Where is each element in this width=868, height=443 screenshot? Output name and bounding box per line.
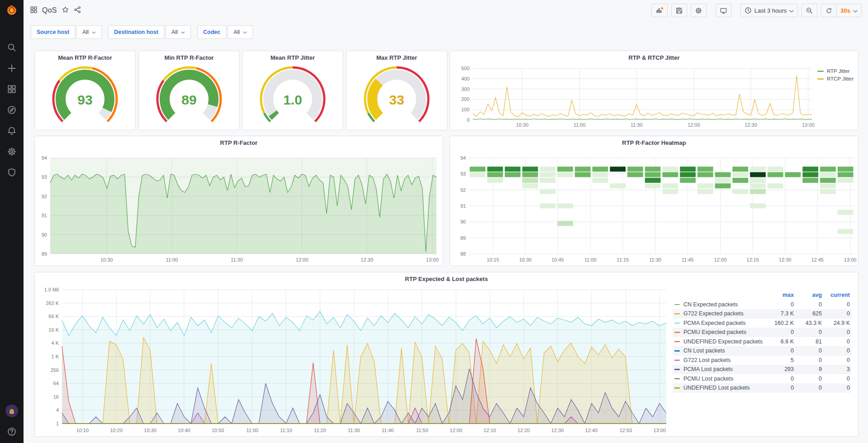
zoom-out-button[interactable] xyxy=(802,4,817,17)
legend-item[interactable]: RTP Jitter xyxy=(817,68,854,74)
plus-icon[interactable] xyxy=(7,63,17,73)
panel-title[interactable]: Min RTP R-Factor xyxy=(139,51,239,61)
legend-value-current: 24.9 K xyxy=(822,320,850,326)
legend-series-toggle[interactable]: PCMA Lost packets xyxy=(674,366,766,372)
legend-value-max: 160.2 K xyxy=(766,320,794,326)
legend-value-max: 0 xyxy=(766,385,794,391)
add-panel-icon xyxy=(655,6,664,14)
panel-rtp-rtcp-jitter: RTP & RTCP Jitter 010020030040050010:301… xyxy=(450,51,859,130)
grafana-logo[interactable] xyxy=(0,0,24,21)
panel-title[interactable]: RTP & RTCP Jitter xyxy=(450,51,858,61)
explore-compass-icon[interactable] xyxy=(7,105,17,115)
legend-series-toggle[interactable]: PCMU Expected packets xyxy=(674,329,766,335)
filter-codec-label[interactable]: Codec xyxy=(197,25,226,39)
svg-text:11:00: 11:00 xyxy=(166,257,178,262)
star-icon[interactable] xyxy=(62,6,69,15)
dashboard-navbar: QoS xyxy=(24,0,868,21)
legend-color-dash xyxy=(674,350,680,352)
save-icon xyxy=(675,7,683,14)
heatmap-cell xyxy=(732,172,748,177)
svg-text:93: 93 xyxy=(460,171,466,176)
add-panel-button[interactable] xyxy=(651,4,668,17)
heatmap-cell xyxy=(645,178,661,183)
panel-title[interactable]: RTP R-Factor Heatmap xyxy=(450,136,858,146)
legend-sort-current[interactable]: current xyxy=(822,292,850,298)
legend-value-current: 0 xyxy=(822,310,850,317)
refresh-interval-dropdown[interactable]: 30s xyxy=(836,4,862,17)
gauge-mean-rtp-rfactor: 93 xyxy=(35,63,135,128)
panel-title[interactable]: Max RTP Jitter xyxy=(346,51,447,61)
chevron-down-icon xyxy=(181,29,185,35)
svg-text:12:30: 12:30 xyxy=(745,122,757,128)
jitter-chart-plot[interactable]: 010020030040050010:3011:0011:3012:0012:3… xyxy=(452,63,857,130)
svg-text:1.0 Mil: 1.0 Mil xyxy=(44,287,59,292)
legend-series-toggle[interactable]: PCMA Expected packets xyxy=(674,320,766,326)
chevron-down-icon xyxy=(853,7,858,14)
legend-value-avg: 0 xyxy=(794,385,822,391)
alerting-bell-icon[interactable] xyxy=(7,126,17,136)
legend-series-toggle[interactable]: G722 Expected packets xyxy=(674,310,766,317)
refresh-button[interactable] xyxy=(821,4,836,17)
heatmap-cell xyxy=(540,204,555,209)
legend-sort-max[interactable]: max xyxy=(766,292,794,298)
search-icon[interactable] xyxy=(7,43,17,52)
svg-text:200: 200 xyxy=(461,96,470,102)
refresh-interval-label: 30s xyxy=(840,7,850,14)
svg-text:94: 94 xyxy=(460,155,466,161)
svg-text:11:00: 11:00 xyxy=(584,257,597,262)
heatmap-cell xyxy=(750,189,766,194)
legend-series-toggle[interactable]: CN Lost packets xyxy=(674,348,766,354)
svg-text:12:00: 12:00 xyxy=(688,122,700,128)
heatmap-plot[interactable]: 8889909192939410:1510:3010:4511:0011:151… xyxy=(452,149,857,265)
help-icon[interactable] xyxy=(7,427,17,437)
legend-value-current: 0 xyxy=(822,357,850,363)
legend-item[interactable]: RTCP Jitter xyxy=(817,76,854,81)
legend-series-toggle[interactable]: G722 Lost packets xyxy=(674,357,766,363)
svg-text:11:00: 11:00 xyxy=(246,428,258,433)
svg-text:12:30: 12:30 xyxy=(361,257,374,262)
heatmap-cell xyxy=(750,183,766,188)
rfactor-chart-plot[interactable]: 89909192939410:3011:0011:3012:0012:3013:… xyxy=(37,149,442,265)
svg-text:10:30: 10:30 xyxy=(516,122,529,128)
filter-source-host-value[interactable]: All xyxy=(76,25,102,39)
gauge-value: 89 xyxy=(181,92,196,107)
svg-text:11:20: 11:20 xyxy=(314,428,326,433)
heatmap-cell xyxy=(715,172,731,177)
heatmap-cell xyxy=(645,183,661,188)
cycle-view-button[interactable] xyxy=(716,4,731,17)
gear-icon xyxy=(695,7,702,14)
filter-destination-host-label[interactable]: Destination host xyxy=(108,25,164,39)
time-range-picker[interactable]: Last 3 hours xyxy=(740,4,798,17)
legend-series-toggle[interactable]: CN Expected packets xyxy=(674,301,766,308)
svg-text:10:40: 10:40 xyxy=(178,428,190,433)
user-avatar[interactable] xyxy=(5,404,19,418)
heatmap-cell xyxy=(838,167,854,171)
save-dashboard-button[interactable] xyxy=(671,4,687,17)
legend-series-toggle[interactable]: PCMU Lost packets xyxy=(674,376,766,382)
packets-chart-plot[interactable]: 1.0 Mil262 K66 K16 K4 K1 K25664164110:10… xyxy=(37,286,670,435)
legend-series-toggle[interactable]: UNDEFINED Expected packets xyxy=(674,338,766,345)
heatmap-cell xyxy=(750,167,766,171)
panel-max-rtp-jitter: Max RTP Jitter 33 xyxy=(346,51,447,130)
admin-shield-icon[interactable] xyxy=(7,167,17,177)
panel-title[interactable]: Mean RTP Jitter xyxy=(242,51,343,61)
filter-source-host-label[interactable]: Source host xyxy=(31,25,75,39)
panel-title[interactable]: RTP Expected & Lost packets xyxy=(35,272,858,282)
legend-value-current: 0 xyxy=(822,338,850,345)
dashboard-settings-button[interactable] xyxy=(691,4,707,17)
clock-icon xyxy=(745,7,752,14)
legend-sort-avg[interactable]: avg xyxy=(794,292,822,298)
dashboard-title[interactable]: QoS xyxy=(42,6,57,14)
panel-title[interactable]: RTP R-Factor xyxy=(35,136,443,146)
configuration-gear-icon[interactable] xyxy=(7,147,17,157)
heatmap-cell xyxy=(750,178,766,183)
panel-title[interactable]: Mean RTP R-Factor xyxy=(35,51,135,61)
svg-text:12:00: 12:00 xyxy=(714,257,727,262)
filter-codec-value[interactable]: All xyxy=(228,25,253,39)
share-icon[interactable] xyxy=(74,6,81,15)
legend-value-max: 0 xyxy=(766,301,794,308)
legend-series-toggle[interactable]: UNDEFINED Lost packets xyxy=(674,385,766,391)
dashboards-grid-icon[interactable] xyxy=(7,84,17,94)
svg-text:100: 100 xyxy=(461,107,470,112)
filter-destination-host-value[interactable]: All xyxy=(166,25,191,39)
